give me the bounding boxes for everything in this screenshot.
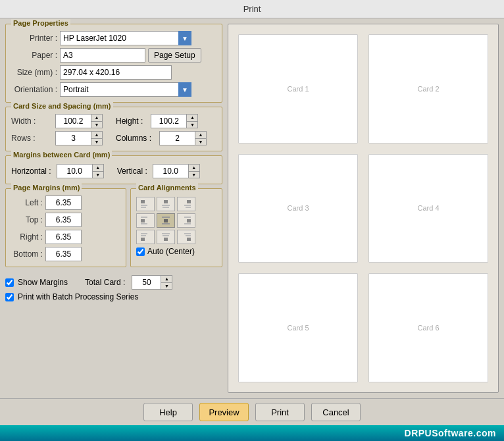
preview-card-5: Card 5 — [238, 273, 358, 382]
width-down-button[interactable]: ▼ — [91, 122, 102, 128]
horizontal-down-button[interactable]: ▼ — [93, 172, 103, 178]
svg-rect-6 — [187, 200, 191, 203]
margins-between-section: Margins between Card (mm) Horizontal : ▲… — [5, 155, 222, 184]
batch-processing-checkbox[interactable] — [5, 293, 14, 301]
show-margins-checkbox[interactable] — [5, 278, 14, 287]
svg-rect-20 — [141, 235, 146, 236]
rows-columns-row: Rows : ▲ ▼ Columns : ▲ ▼ — [11, 131, 216, 145]
columns-input[interactable] — [159, 131, 195, 145]
left-panel: Page Properties Printer : HP LaserJet 10… — [5, 24, 222, 393]
svg-rect-15 — [187, 219, 191, 222]
cancel-button[interactable]: Cancel — [311, 403, 361, 421]
total-card-up-button[interactable]: ▲ — [161, 276, 172, 283]
top-margin-row: Top : — [11, 213, 120, 227]
branding-text: DRPUSoftware.com — [405, 428, 496, 438]
width-input[interactable] — [55, 114, 91, 128]
total-card-down-button[interactable]: ▼ — [161, 283, 172, 290]
margins-between-title: Margins between Card (mm) — [11, 151, 112, 159]
vertical-down-button[interactable]: ▼ — [189, 172, 199, 178]
width-up-button[interactable]: ▲ — [91, 115, 102, 122]
rows-up-button[interactable]: ▲ — [91, 132, 102, 139]
page-margins-title: Page Margins (mm) — [11, 184, 82, 192]
align-top-left-button[interactable] — [136, 197, 155, 211]
svg-rect-0 — [141, 200, 145, 203]
left-label: Left : — [11, 198, 43, 207]
align-mid-right-button[interactable] — [177, 213, 195, 228]
horizontal-up-button[interactable]: ▲ — [93, 165, 103, 172]
svg-rect-19 — [141, 233, 147, 234]
total-card-input[interactable] — [132, 275, 161, 290]
printer-select[interactable]: HP LaserJet 1020 — [60, 31, 191, 45]
height-label: Height : — [116, 117, 143, 126]
preview-card-3: Card 3 — [238, 154, 358, 263]
batch-processing-row: Print with Batch Processing Series — [5, 292, 222, 301]
print-button[interactable]: Print — [255, 403, 305, 421]
right-margin-row: Right : — [11, 230, 120, 244]
svg-rect-17 — [184, 223, 191, 224]
align-mid-left-button[interactable] — [136, 213, 155, 228]
horizontal-spinner-buttons: ▲ ▼ — [93, 164, 104, 178]
align-top-center-button[interactable] — [157, 197, 175, 211]
show-margins-label: Show Margins — [18, 278, 68, 287]
auto-center-checkbox[interactable] — [136, 247, 145, 256]
columns-down-button[interactable]: ▼ — [195, 139, 206, 145]
svg-rect-8 — [186, 207, 191, 208]
svg-rect-7 — [184, 205, 191, 206]
size-label: Size (mm) : — [11, 68, 57, 77]
help-button[interactable]: Help — [143, 403, 193, 421]
vertical-input[interactable] — [153, 164, 189, 178]
vertical-label: Vertical : — [117, 167, 147, 176]
orientation-select[interactable]: Portrait Landscape — [60, 82, 191, 97]
svg-rect-16 — [184, 217, 191, 218]
bottom-label: Bottom : — [11, 249, 43, 259]
preview-button[interactable]: Preview — [199, 403, 249, 421]
vertical-up-button[interactable]: ▲ — [189, 165, 199, 172]
rows-label: Rows : — [11, 134, 47, 143]
size-row: Size (mm) : — [11, 65, 216, 80]
align-bot-left-button[interactable] — [136, 230, 155, 244]
svg-rect-2 — [141, 207, 146, 208]
svg-rect-18 — [141, 238, 145, 241]
left-input[interactable] — [45, 195, 82, 210]
branding-bar: DRPUSoftware.com — [0, 425, 504, 441]
preview-card-6: Card 6 — [368, 273, 488, 382]
columns-spinner: ▲ ▼ — [159, 131, 207, 145]
orientation-select-wrapper[interactable]: Portrait Landscape ▼ — [60, 82, 191, 97]
columns-up-button[interactable]: ▲ — [195, 132, 206, 139]
svg-rect-11 — [141, 223, 147, 224]
svg-rect-24 — [187, 238, 191, 241]
align-bot-right-button[interactable] — [177, 230, 195, 244]
align-mid-center-button[interactable] — [157, 213, 175, 228]
paper-input[interactable] — [60, 48, 145, 63]
auto-center-row: Auto (Center) — [136, 247, 216, 256]
width-height-row: Width : ▲ ▼ Height : ▲ ▼ — [11, 114, 216, 128]
height-input[interactable] — [151, 114, 187, 128]
printer-select-wrapper[interactable]: HP LaserJet 1020 ▼ — [60, 31, 191, 45]
bottom-margin-row: Bottom : — [11, 247, 120, 261]
top-input[interactable] — [45, 213, 82, 227]
preview-card-2: Card 2 — [368, 34, 488, 143]
align-bot-center-button[interactable] — [157, 230, 175, 244]
rows-down-button[interactable]: ▼ — [91, 139, 102, 145]
rows-input[interactable] — [55, 131, 91, 145]
page-margins-section: Page Margins (mm) Left : Top : Right : B… — [5, 188, 126, 267]
cards-grid: Card 1 Card 2 Card 3 Card 4 Card 5 Card … — [235, 31, 491, 386]
total-card-label: Total Card : — [85, 278, 125, 287]
bottom-input[interactable] — [45, 247, 82, 261]
size-input[interactable] — [60, 65, 172, 80]
card-alignments-section: Card Alignments — [130, 188, 222, 267]
svg-rect-22 — [162, 233, 170, 234]
vertical-spinner: ▲ ▼ — [153, 164, 200, 178]
title-bar: Print — [0, 0, 504, 18]
total-card-spinner: ▲ ▼ — [132, 275, 172, 290]
width-label: Width : — [11, 117, 47, 126]
page-setup-button[interactable]: Page Setup — [148, 48, 201, 63]
margins-between-row: Horizontal : ▲ ▼ Vertical : ▲ ▼ — [11, 164, 216, 178]
align-top-right-button[interactable] — [177, 197, 195, 211]
svg-rect-9 — [141, 219, 145, 222]
right-input[interactable] — [45, 230, 82, 244]
height-down-button[interactable]: ▼ — [187, 122, 197, 128]
height-up-button[interactable]: ▲ — [187, 115, 197, 122]
svg-rect-14 — [162, 223, 170, 224]
horizontal-input[interactable] — [57, 164, 93, 178]
